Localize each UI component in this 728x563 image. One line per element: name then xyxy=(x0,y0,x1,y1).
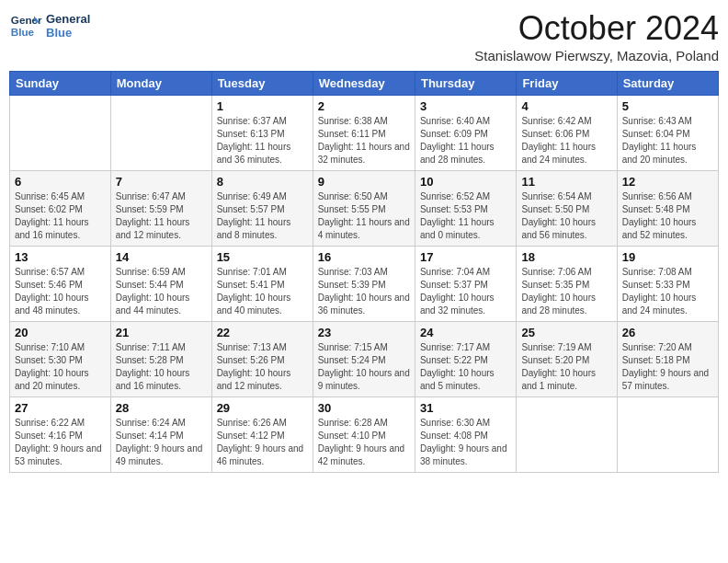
calendar-cell: 2Sunrise: 6:38 AM Sunset: 6:11 PM Daylig… xyxy=(313,96,415,171)
day-info: Sunrise: 6:26 AM Sunset: 4:12 PM Dayligh… xyxy=(217,417,308,468)
weekday-header-cell: Sunday xyxy=(10,72,111,96)
calendar-cell: 27Sunrise: 6:22 AM Sunset: 4:16 PM Dayli… xyxy=(10,397,111,473)
day-info: Sunrise: 6:37 AM Sunset: 6:13 PM Dayligh… xyxy=(217,115,308,167)
day-info: Sunrise: 6:54 AM Sunset: 5:50 PM Dayligh… xyxy=(521,190,611,242)
day-number: 4 xyxy=(521,99,611,113)
day-number: 20 xyxy=(15,326,106,339)
day-number: 8 xyxy=(217,175,308,189)
day-info: Sunrise: 6:45 AM Sunset: 6:02 PM Dayligh… xyxy=(15,190,106,242)
day-info: Sunrise: 7:03 AM Sunset: 5:39 PM Dayligh… xyxy=(318,266,410,317)
weekday-header-cell: Tuesday xyxy=(211,72,313,96)
calendar-cell: 22Sunrise: 7:13 AM Sunset: 5:26 PM Dayli… xyxy=(211,322,313,397)
day-number: 22 xyxy=(217,326,308,339)
day-number: 14 xyxy=(116,250,207,264)
calendar-cell: 25Sunrise: 7:19 AM Sunset: 5:20 PM Dayli… xyxy=(517,322,617,397)
calendar-cell: 21Sunrise: 7:11 AM Sunset: 5:28 PM Dayli… xyxy=(110,322,211,397)
day-info: Sunrise: 7:08 AM Sunset: 5:33 PM Dayligh… xyxy=(622,266,713,317)
day-number: 21 xyxy=(116,326,207,339)
calendar-cell: 6Sunrise: 6:45 AM Sunset: 6:02 PM Daylig… xyxy=(10,171,111,247)
day-info: Sunrise: 6:52 AM Sunset: 5:53 PM Dayligh… xyxy=(420,190,511,242)
day-number: 27 xyxy=(15,401,106,415)
day-info: Sunrise: 7:10 AM Sunset: 5:30 PM Dayligh… xyxy=(15,341,106,393)
calendar-cell: 1Sunrise: 6:37 AM Sunset: 6:13 PM Daylig… xyxy=(211,96,313,171)
logo-line1: General xyxy=(46,12,90,26)
logo: General Blue General Blue xyxy=(9,9,90,42)
calendar-cell: 4Sunrise: 6:42 AM Sunset: 6:06 PM Daylig… xyxy=(517,96,617,171)
day-number: 26 xyxy=(622,326,713,339)
day-info: Sunrise: 6:43 AM Sunset: 6:04 PM Dayligh… xyxy=(622,115,713,167)
day-number: 29 xyxy=(217,401,308,415)
day-number: 3 xyxy=(420,99,511,113)
day-number: 1 xyxy=(217,99,308,113)
day-number: 15 xyxy=(217,250,308,264)
day-number: 23 xyxy=(318,326,410,339)
calendar-cell: 12Sunrise: 6:56 AM Sunset: 5:48 PM Dayli… xyxy=(617,171,718,247)
calendar-cell: 29Sunrise: 6:26 AM Sunset: 4:12 PM Dayli… xyxy=(211,397,313,473)
day-info: Sunrise: 7:13 AM Sunset: 5:26 PM Dayligh… xyxy=(217,341,308,393)
calendar-cell xyxy=(110,96,211,171)
weekday-header-cell: Monday xyxy=(110,72,211,96)
day-info: Sunrise: 6:40 AM Sunset: 6:09 PM Dayligh… xyxy=(420,115,511,167)
title-section: October 2024 Stanislawow Pierwszy, Mazov… xyxy=(474,9,719,63)
calendar-cell: 30Sunrise: 6:28 AM Sunset: 4:10 PM Dayli… xyxy=(313,397,415,473)
day-info: Sunrise: 7:15 AM Sunset: 5:24 PM Dayligh… xyxy=(318,341,410,393)
calendar-cell: 16Sunrise: 7:03 AM Sunset: 5:39 PM Dayli… xyxy=(313,247,415,322)
day-info: Sunrise: 6:50 AM Sunset: 5:55 PM Dayligh… xyxy=(318,190,410,242)
day-number: 6 xyxy=(15,175,106,189)
day-info: Sunrise: 6:47 AM Sunset: 5:59 PM Dayligh… xyxy=(116,190,207,242)
day-number: 2 xyxy=(318,99,410,113)
day-number: 18 xyxy=(521,250,611,264)
calendar-cell: 10Sunrise: 6:52 AM Sunset: 5:53 PM Dayli… xyxy=(415,171,516,247)
day-info: Sunrise: 6:28 AM Sunset: 4:10 PM Dayligh… xyxy=(318,417,410,468)
day-number: 31 xyxy=(420,401,511,415)
calendar-cell: 20Sunrise: 7:10 AM Sunset: 5:30 PM Dayli… xyxy=(10,322,111,397)
day-info: Sunrise: 7:20 AM Sunset: 5:18 PM Dayligh… xyxy=(622,341,713,393)
calendar-week-row: 1Sunrise: 6:37 AM Sunset: 6:13 PM Daylig… xyxy=(10,96,719,171)
day-number: 25 xyxy=(521,326,611,339)
calendar-cell: 8Sunrise: 6:49 AM Sunset: 5:57 PM Daylig… xyxy=(211,171,313,247)
day-number: 9 xyxy=(318,175,410,189)
logo-icon: General Blue xyxy=(9,9,42,42)
calendar-cell: 9Sunrise: 6:50 AM Sunset: 5:55 PM Daylig… xyxy=(313,171,415,247)
weekday-header-cell: Saturday xyxy=(617,72,718,96)
day-info: Sunrise: 6:59 AM Sunset: 5:44 PM Dayligh… xyxy=(116,266,207,317)
day-number: 28 xyxy=(116,401,207,415)
day-number: 11 xyxy=(521,175,611,189)
day-info: Sunrise: 6:38 AM Sunset: 6:11 PM Dayligh… xyxy=(318,115,410,167)
day-info: Sunrise: 6:56 AM Sunset: 5:48 PM Dayligh… xyxy=(622,190,713,242)
weekday-header-cell: Friday xyxy=(517,72,617,96)
day-info: Sunrise: 6:30 AM Sunset: 4:08 PM Dayligh… xyxy=(420,417,511,468)
day-info: Sunrise: 6:24 AM Sunset: 4:14 PM Dayligh… xyxy=(116,417,207,468)
day-number: 12 xyxy=(622,175,713,189)
svg-text:Blue: Blue xyxy=(11,26,35,38)
calendar-cell xyxy=(10,96,111,171)
weekday-header-row: SundayMondayTuesdayWednesdayThursdayFrid… xyxy=(10,72,719,96)
calendar-cell: 31Sunrise: 6:30 AM Sunset: 4:08 PM Dayli… xyxy=(415,397,516,473)
calendar-cell: 28Sunrise: 6:24 AM Sunset: 4:14 PM Dayli… xyxy=(110,397,211,473)
day-info: Sunrise: 6:22 AM Sunset: 4:16 PM Dayligh… xyxy=(15,417,106,468)
calendar-cell: 3Sunrise: 6:40 AM Sunset: 6:09 PM Daylig… xyxy=(415,96,516,171)
calendar-week-row: 27Sunrise: 6:22 AM Sunset: 4:16 PM Dayli… xyxy=(10,397,719,473)
day-number: 10 xyxy=(420,175,511,189)
logo-line2: Blue xyxy=(46,26,90,40)
day-info: Sunrise: 6:49 AM Sunset: 5:57 PM Dayligh… xyxy=(217,190,308,242)
day-number: 13 xyxy=(15,250,106,264)
day-number: 17 xyxy=(420,250,511,264)
day-info: Sunrise: 6:57 AM Sunset: 5:46 PM Dayligh… xyxy=(15,266,106,317)
day-info: Sunrise: 7:01 AM Sunset: 5:41 PM Dayligh… xyxy=(217,266,308,317)
calendar-cell: 14Sunrise: 6:59 AM Sunset: 5:44 PM Dayli… xyxy=(110,247,211,322)
day-number: 19 xyxy=(622,250,713,264)
day-number: 5 xyxy=(622,99,713,113)
calendar-subtitle: Stanislawow Pierwszy, Mazovia, Poland xyxy=(474,48,719,63)
day-info: Sunrise: 7:04 AM Sunset: 5:37 PM Dayligh… xyxy=(420,266,511,317)
day-number: 16 xyxy=(318,250,410,264)
calendar-cell xyxy=(617,397,718,473)
day-number: 30 xyxy=(318,401,410,415)
day-info: Sunrise: 6:42 AM Sunset: 6:06 PM Dayligh… xyxy=(521,115,611,167)
day-number: 7 xyxy=(116,175,207,189)
calendar-week-row: 6Sunrise: 6:45 AM Sunset: 6:02 PM Daylig… xyxy=(10,171,719,247)
calendar-cell xyxy=(517,397,617,473)
calendar-table: SundayMondayTuesdayWednesdayThursdayFrid… xyxy=(9,71,719,473)
day-info: Sunrise: 7:17 AM Sunset: 5:22 PM Dayligh… xyxy=(420,341,511,393)
day-info: Sunrise: 7:06 AM Sunset: 5:35 PM Dayligh… xyxy=(521,266,611,317)
